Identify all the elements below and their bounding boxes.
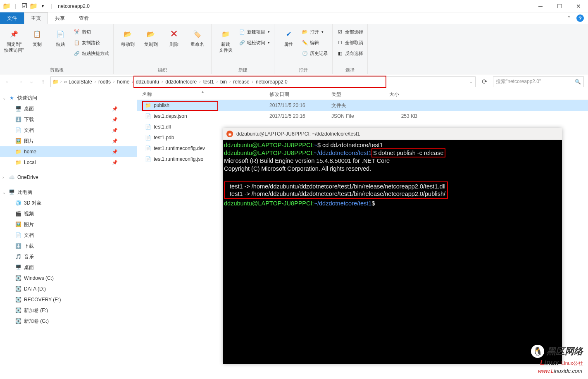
sidebar-item[interactable]: 🖼️图片: [0, 219, 137, 230]
newitem-button[interactable]: 📄新建项目▾: [238, 27, 271, 36]
search-input[interactable]: 搜索"netcoreapp2.0" 🔍: [493, 76, 584, 87]
back-button[interactable]: ←: [4, 78, 12, 86]
crumb[interactable]: bin: [219, 79, 228, 85]
group-clipboard: 剪贴板: [3, 66, 110, 73]
open-button[interactable]: 📂打开▾: [301, 27, 329, 36]
crumb[interactable]: netcoreapp2.0: [255, 79, 288, 85]
sidebar-item[interactable]: 💽RECOVERY (E:): [0, 294, 137, 305]
group-new: 新建: [215, 66, 271, 73]
sidebar-item[interactable]: 🖼️图片📌: [0, 136, 137, 146]
search-icon[interactable]: 🔍: [575, 79, 581, 85]
selectall-button[interactable]: ☑全部选择: [336, 27, 364, 36]
tab-share[interactable]: 共享: [48, 12, 72, 24]
sidebar-item[interactable]: 🎵音乐: [0, 251, 137, 262]
sidebar-item[interactable]: 🎬视频: [0, 208, 137, 219]
sidebar-thispc[interactable]: ⌄🖥️此电脑: [0, 187, 137, 198]
close-button[interactable]: ✕: [569, 0, 588, 12]
file-name: test1.runtimeconfig.dev: [154, 145, 205, 151]
up-button[interactable]: ↑: [39, 78, 47, 86]
crumb[interactable]: LocalState: [68, 79, 93, 85]
edit-button[interactable]: ✏️编辑: [301, 38, 329, 47]
terminal-body[interactable]: ddzubuntu@LAPTOP-JU8PPPCI:~$ cd ddzdotne…: [223, 140, 562, 209]
terminal-window[interactable]: ◉ ddzubuntu@LAPTOP-JU8PPPCI: ~/ddzdotnet…: [223, 128, 562, 364]
ubuntu-icon: ◉: [226, 131, 233, 137]
sidebar-onedrive[interactable]: ›☁️OneDrive: [0, 172, 137, 183]
sidebar-item-home[interactable]: 📁home📌: [0, 146, 137, 157]
watermark-text: 黑区网络: [547, 345, 583, 358]
ribbon-tabs: 文件 主页 共享 查看 ⌃ ?: [0, 12, 588, 24]
copyto-button[interactable]: 📂复制到: [140, 26, 162, 47]
minimize-button[interactable]: ─: [531, 0, 550, 12]
tab-file[interactable]: 文件: [0, 12, 24, 24]
sidebar-item[interactable]: 💽新加卷 (G:): [0, 316, 137, 327]
file-row[interactable]: 📁publish2017/11/5 20:16文件夹: [137, 100, 588, 111]
invert-button[interactable]: ◧反向选择: [336, 49, 364, 58]
pasteshortcut-button[interactable]: 🔗粘贴快捷方式: [73, 49, 110, 58]
crumb[interactable]: release: [232, 79, 250, 85]
column-headers[interactable]: ▲名称 修改日期 类型 大小: [137, 89, 588, 100]
sidebar-item[interactable]: 📄文档: [0, 230, 137, 241]
sidebar[interactable]: ⌄★快速访问 🖥️桌面📌 ⬇️下载📌 📄文档📌 🖼️图片📌 📁home📌 📁Lo…: [0, 89, 137, 379]
copypath-button[interactable]: 📋复制路径: [73, 38, 110, 47]
crumb[interactable]: ddzubuntu: [135, 79, 160, 85]
sidebar-item[interactable]: ⬇️下载: [0, 241, 137, 251]
file-icon: 📄: [145, 156, 151, 162]
terminal-titlebar[interactable]: ◉ ddzubuntu@LAPTOP-JU8PPPCI: ~/ddzdotnet…: [223, 128, 562, 140]
sidebar-item[interactable]: 📄文档📌: [0, 125, 137, 136]
history-button[interactable]: 🕐历史记录: [301, 49, 329, 58]
qat-dropdown-icon[interactable]: ▾: [39, 3, 46, 10]
delete-button[interactable]: ✕删除: [163, 26, 185, 47]
sidebar-item[interactable]: 💽DATA (D:): [0, 284, 137, 294]
pin-quickaccess-button[interactable]: 📌固定到"快速访问": [3, 26, 25, 53]
paste-button[interactable]: 📄粘贴: [50, 26, 71, 47]
file-type: 文件夹: [326, 102, 384, 109]
sidebar-quickaccess[interactable]: ⌄★快速访问: [0, 93, 137, 103]
crumb[interactable]: home: [116, 79, 130, 85]
sidebar-item[interactable]: 🖥️桌面📌: [0, 103, 137, 114]
sidebar-item[interactable]: 💽Windows (C:): [0, 273, 137, 284]
file-icon: 📄: [145, 145, 151, 152]
group-select: 选择: [336, 66, 364, 73]
cut-button[interactable]: ✂️剪切: [73, 27, 110, 36]
file-row[interactable]: 📄test1.deps.json2017/11/5 20:16JSON File…: [137, 111, 588, 122]
file-icon: 📄: [145, 113, 151, 119]
file-name: test1.dll: [154, 124, 171, 130]
easyaccess-button[interactable]: 🔗轻松访问▾: [238, 38, 271, 47]
sidebar-item[interactable]: 🧊3D 对象: [0, 198, 137, 208]
crumb[interactable]: ddzdotnetcore: [164, 79, 198, 85]
moveto-button[interactable]: 📂移动到: [117, 26, 138, 47]
recent-dropdown[interactable]: ⌵: [27, 79, 36, 84]
forward-button[interactable]: →: [16, 78, 24, 86]
sidebar-item[interactable]: ⬇️下载📌: [0, 114, 137, 125]
terminal-title: ddzubuntu@LAPTOP-JU8PPPCI: ~/ddzdotnetco…: [236, 131, 360, 137]
file-icon: 📄: [145, 124, 151, 130]
watermark: 🐧 黑区网络 Linux Linux公社 www.Linuxidc.com: [531, 345, 583, 374]
copy-button[interactable]: 📋复制: [26, 26, 48, 47]
sidebar-item[interactable]: 🖥️桌面: [0, 262, 137, 273]
selectnone-button[interactable]: ☐全部取消: [336, 38, 364, 47]
collapse-ribbon-icon[interactable]: ⌃: [567, 15, 571, 21]
sidebar-item[interactable]: 📁Local📌: [0, 157, 137, 168]
address-row: ← → ⌵ ↑ 📁 › « LocalState› rootfs› home› …: [0, 74, 588, 89]
checkbox-icon[interactable]: ☑: [21, 3, 28, 10]
refresh-button[interactable]: ⟳: [479, 76, 490, 87]
crumb[interactable]: test1: [202, 79, 215, 85]
sidebar-item[interactable]: 💽新加卷 (F:): [0, 305, 137, 316]
titlebar: 📁 | ☑ 📁 ▾ | netcoreapp2.0 ─ ☐ ✕: [0, 0, 588, 12]
addr-dropdown-icon[interactable]: ⌵: [467, 79, 475, 84]
file-size: 253 KB: [384, 113, 426, 119]
group-organize: 组织: [117, 66, 208, 73]
maximize-button[interactable]: ☐: [550, 0, 569, 12]
file-icon: 📄: [145, 134, 151, 141]
properties-button[interactable]: ✔属性: [278, 26, 299, 47]
rename-button[interactable]: 🏷️重命名: [186, 26, 208, 47]
folder-icon: 📁: [145, 102, 151, 109]
help-icon[interactable]: ?: [576, 14, 584, 22]
folder-icon: 📁: [52, 79, 59, 85]
address-bar[interactable]: 📁 › « LocalState› rootfs› home› ddzubunt…: [50, 76, 476, 87]
tab-home[interactable]: 主页: [24, 12, 48, 24]
crumb[interactable]: rootfs: [98, 79, 112, 85]
watermark-url: www.Linuxidc.com: [538, 368, 582, 374]
tab-view[interactable]: 查看: [72, 12, 96, 24]
newfolder-button[interactable]: 📁新建文件夹: [215, 26, 236, 53]
